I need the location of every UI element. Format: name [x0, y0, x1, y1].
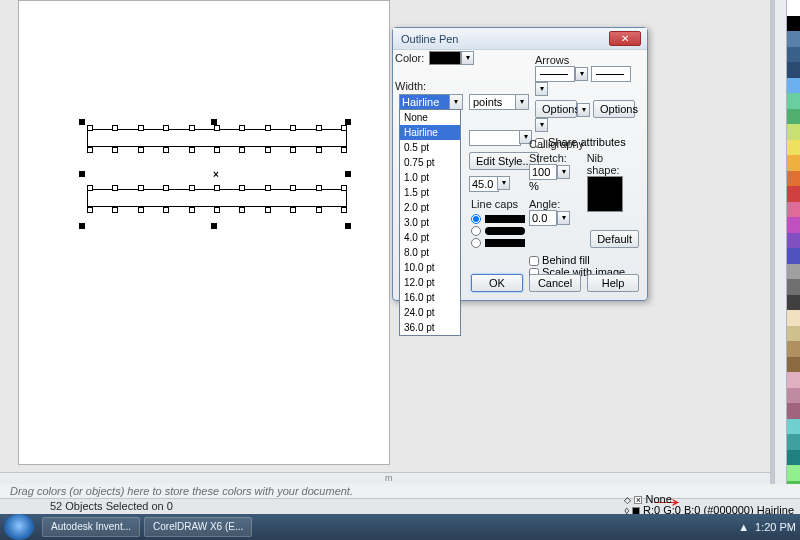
palette-swatch[interactable] [787, 450, 800, 466]
selection-handle[interactable] [211, 119, 217, 125]
help-button[interactable]: Help [587, 274, 639, 292]
palette-swatch[interactable] [787, 419, 800, 435]
linecap-radio[interactable] [471, 238, 481, 248]
taskbar-item[interactable]: CorelDRAW X6 (E... [144, 517, 252, 537]
width-option[interactable]: 0.5 pt [400, 140, 460, 155]
palette-swatch[interactable] [787, 233, 800, 249]
fill-indicator[interactable] [634, 496, 642, 504]
stretch-field[interactable]: 100 [529, 164, 557, 180]
color-swatch[interactable] [429, 51, 461, 65]
close-button[interactable]: ✕ [609, 31, 641, 46]
width-option[interactable]: None [400, 110, 460, 125]
chevron-down-icon[interactable]: ▾ [577, 103, 590, 117]
palette-swatch[interactable] [787, 310, 800, 326]
palette-swatch[interactable] [787, 403, 800, 419]
angle-spinner[interactable]: ▾ [557, 211, 570, 225]
palette-swatch[interactable] [787, 109, 800, 125]
palette-swatch[interactable] [787, 295, 800, 311]
palette-swatch[interactable] [787, 264, 800, 280]
arrow-start-dropdown[interactable]: ▾ [575, 67, 588, 81]
selection-handle[interactable] [345, 119, 351, 125]
width-option[interactable]: 4.0 pt [400, 230, 460, 245]
selection-handle[interactable] [345, 223, 351, 229]
linecap-option[interactable] [471, 226, 525, 236]
page[interactable]: × [18, 0, 390, 465]
options-button-right[interactable]: Options [593, 100, 635, 118]
width-option[interactable]: 8.0 pt [400, 245, 460, 260]
miter-field[interactable]: 45.0 [469, 176, 499, 192]
width-option[interactable]: 0.75 pt [400, 155, 460, 170]
linecap-option[interactable] [471, 238, 525, 248]
style-combo[interactable] [469, 130, 521, 146]
palette-swatch[interactable] [787, 62, 800, 78]
palette-swatch[interactable] [787, 248, 800, 264]
taskbar-item[interactable]: Autodesk Invent... [42, 517, 140, 537]
linecap-radio[interactable] [471, 214, 481, 224]
chevron-down-icon[interactable]: ▾ [535, 118, 548, 132]
arrow-end-dropdown[interactable]: ▾ [535, 82, 548, 96]
width-option[interactable]: 12.0 pt [400, 275, 460, 290]
taskbar[interactable]: Autodesk Invent... CorelDRAW X6 (E... ▲ … [0, 514, 800, 540]
palette-swatch[interactable] [787, 31, 800, 47]
dialog-titlebar[interactable]: Outline Pen ✕ [393, 28, 647, 50]
palette-swatch[interactable] [787, 279, 800, 295]
selection-handle[interactable] [79, 223, 85, 229]
width-option[interactable]: 1.0 pt [400, 170, 460, 185]
linecap-radio[interactable] [471, 226, 481, 236]
palette-swatch[interactable] [787, 465, 800, 481]
linecap-option[interactable] [471, 214, 525, 224]
width-option[interactable]: 10.0 pt [400, 260, 460, 275]
palette-swatch[interactable] [787, 0, 800, 16]
clock[interactable]: 1:20 PM [755, 521, 796, 533]
selection-handle[interactable] [211, 223, 217, 229]
palette-swatch[interactable] [787, 372, 800, 388]
palette-swatch[interactable] [787, 388, 800, 404]
system-tray[interactable]: ▲ 1:20 PM [738, 514, 796, 540]
cancel-button[interactable]: Cancel [529, 274, 581, 292]
width-option[interactable]: 24.0 pt [400, 305, 460, 320]
nib-shape-preview[interactable] [587, 176, 623, 212]
color-dropdown-button[interactable]: ▾ [461, 51, 474, 65]
palette-swatch[interactable] [787, 326, 800, 342]
palette-swatch[interactable] [787, 78, 800, 94]
tray-icon[interactable]: ▲ [738, 521, 749, 533]
palette-swatch[interactable] [787, 124, 800, 140]
width-dropdown-list[interactable]: NoneHairline0.5 pt0.75 pt1.0 pt1.5 pt2.0… [399, 109, 461, 336]
unit-combo[interactable]: points [469, 94, 517, 110]
arrow-start-combo[interactable] [535, 66, 575, 82]
width-option[interactable]: 1.5 pt [400, 185, 460, 200]
palette-swatch[interactable] [787, 341, 800, 357]
palette-swatch[interactable] [787, 16, 800, 32]
unit-dropdown-button[interactable]: ▾ [515, 94, 529, 110]
palette-swatch[interactable] [787, 93, 800, 109]
width-combo[interactable]: Hairline [399, 94, 451, 110]
width-option[interactable]: 3.0 pt [400, 215, 460, 230]
behind-fill-checkbox[interactable] [529, 256, 539, 266]
palette-swatch[interactable] [787, 357, 800, 373]
default-button[interactable]: Default [590, 230, 639, 248]
horizontal-scrollbar[interactable]: m [0, 472, 770, 484]
palette-swatch[interactable] [787, 434, 800, 450]
palette-swatch[interactable] [787, 202, 800, 218]
selection-handle[interactable] [345, 171, 351, 177]
selection-handle[interactable] [79, 171, 85, 177]
stretch-spinner[interactable]: ▾ [557, 165, 570, 179]
palette-swatch[interactable] [787, 217, 800, 233]
width-option[interactable]: 2.0 pt [400, 200, 460, 215]
start-button[interactable] [4, 514, 34, 540]
ok-button[interactable]: OK [471, 274, 523, 292]
angle-field[interactable]: 0.0 [529, 210, 557, 226]
width-option[interactable]: 16.0 pt [400, 290, 460, 305]
vertical-scrollbar[interactable] [774, 0, 786, 484]
palette-swatch[interactable] [787, 140, 800, 156]
palette-swatch[interactable] [787, 155, 800, 171]
palette-swatch[interactable] [787, 171, 800, 187]
palette-swatch[interactable] [787, 47, 800, 63]
miter-spinner[interactable]: ▾ [497, 176, 510, 190]
palette-swatch[interactable] [787, 186, 800, 202]
arrow-end-combo[interactable] [591, 66, 631, 82]
width-dropdown-button[interactable]: ▾ [449, 94, 463, 110]
width-option[interactable]: Hairline [400, 125, 460, 140]
selection-handle[interactable] [79, 119, 85, 125]
color-palette[interactable] [786, 0, 800, 496]
